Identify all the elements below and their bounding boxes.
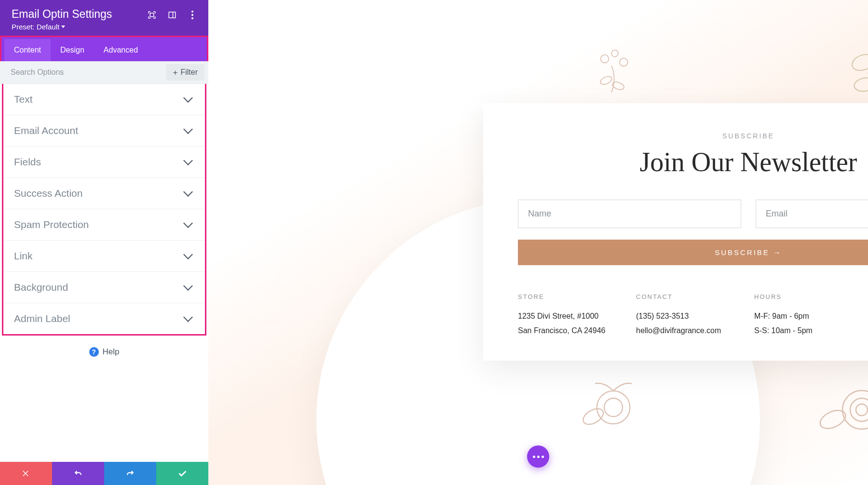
tab-advanced[interactable]: Advanced	[94, 39, 148, 61]
chevron-down-icon	[61, 26, 65, 28]
option-background[interactable]: Background	[3, 272, 205, 303]
page-actions-fab[interactable]	[527, 445, 549, 468]
sidebar-header: Email Optin Settings Preset: Default	[0, 0, 208, 36]
check-icon	[177, 468, 188, 479]
redo-button[interactable]	[104, 462, 156, 485]
option-admin-label[interactable]: Admin Label	[3, 303, 205, 334]
tabs-bar: Content Design Advanced	[0, 36, 208, 61]
tab-content[interactable]: Content	[4, 39, 51, 61]
option-email-account[interactable]: Email Account	[3, 115, 205, 147]
cancel-button[interactable]	[0, 462, 52, 485]
store-line2: San Francisco, CA 24946	[518, 323, 624, 338]
chevron-down-icon	[183, 312, 193, 322]
kicker-text: SUBSCRIBE	[518, 132, 868, 140]
svg-point-5	[191, 17, 193, 19]
store-column: STORE 1235 Divi Street, #1000 San Franci…	[518, 293, 624, 338]
dock-icon[interactable]	[168, 11, 176, 19]
chevron-down-icon	[183, 250, 193, 259]
option-link[interactable]: Link	[3, 241, 205, 272]
hours-column: HOURS M-F: 9am - 6pm S-S: 10am - 5pm	[754, 293, 861, 338]
filter-label: Filter	[180, 68, 198, 77]
option-success-action[interactable]: Success Action	[3, 178, 205, 209]
dot-icon	[533, 456, 535, 458]
store-heading: STORE	[518, 293, 624, 300]
contact-phone: (135) 523-3513	[636, 309, 743, 323]
svg-point-4	[191, 14, 193, 16]
redo-icon	[125, 469, 135, 478]
hours-line2: S-S: 10am - 5pm	[754, 323, 861, 338]
kebab-menu-icon[interactable]	[188, 11, 197, 19]
dot-icon	[537, 456, 540, 458]
option-spam-protection[interactable]: Spam Protection	[3, 209, 205, 241]
svg-point-3	[191, 11, 193, 13]
preset-dropdown[interactable]: Preset: Default	[12, 23, 197, 31]
svg-rect-1	[169, 12, 176, 18]
option-fields[interactable]: Fields	[3, 147, 205, 178]
options-list: Text Email Account Fields Success Action…	[2, 84, 206, 336]
help-label: Help	[103, 347, 120, 357]
chevron-down-icon	[183, 93, 193, 103]
chevron-down-icon	[183, 218, 193, 228]
search-input[interactable]	[0, 61, 166, 83]
chevron-down-icon	[183, 156, 193, 165]
footer-info: STORE 1235 Divi Street, #1000 San Franci…	[518, 293, 868, 338]
subscribe-button-label: SUBSCRIBE	[715, 248, 770, 256]
help-link[interactable]: ? Help	[0, 336, 208, 368]
option-text[interactable]: Text	[3, 84, 205, 115]
contact-column: CONTACT (135) 523-3513 hello@divifragran…	[636, 293, 743, 338]
tab-design[interactable]: Design	[51, 39, 94, 61]
svg-rect-0	[150, 13, 154, 17]
settings-sidebar: Email Optin Settings Preset: Default Con…	[0, 0, 208, 485]
store-line1: 1235 Divi Street, #1000	[518, 309, 624, 323]
subscribe-button[interactable]: SUBSCRIBE →	[518, 240, 868, 265]
newsletter-card: SUBSCRIBE Join Our Newsletter SUBSCRIBE …	[483, 103, 868, 361]
expand-icon[interactable]	[148, 11, 156, 19]
dot-icon	[542, 456, 544, 458]
chevron-down-icon	[183, 124, 193, 134]
undo-button[interactable]	[52, 462, 104, 485]
save-button[interactable]	[156, 462, 208, 485]
name-input[interactable]	[518, 200, 741, 228]
contact-email: hello@divifragrance.com	[636, 323, 743, 338]
hours-line1: M-F: 9am - 6pm	[754, 309, 861, 323]
contact-heading: CONTACT	[636, 293, 743, 300]
sidebar-footer	[0, 462, 208, 485]
undo-icon	[73, 469, 83, 478]
help-icon: ?	[89, 347, 99, 357]
plus-icon: +	[173, 68, 178, 77]
heading: Join Our Newsletter	[518, 147, 868, 177]
close-icon	[22, 469, 30, 478]
arrow-right-icon: →	[773, 248, 782, 256]
search-bar: + Filter	[0, 61, 208, 84]
hours-heading: HOURS	[754, 293, 861, 300]
filter-button[interactable]: + Filter	[166, 64, 205, 81]
preset-label: Preset: Default	[12, 23, 59, 31]
chevron-down-icon	[183, 281, 193, 291]
preview-canvas: SUBSCRIBE Join Our Newsletter SUBSCRIBE …	[208, 0, 868, 485]
email-input[interactable]	[756, 200, 868, 228]
chevron-down-icon	[183, 187, 193, 197]
